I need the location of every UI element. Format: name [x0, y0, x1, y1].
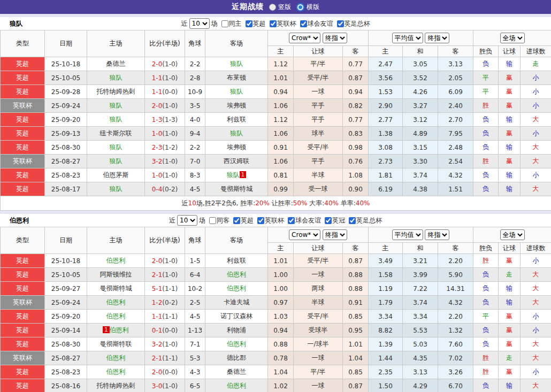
crow-odds-cell: 0.87 — [343, 379, 369, 392]
halftime-score: (1-0) — [162, 341, 178, 348]
col-header: 类型 — [1, 227, 45, 254]
bookmaker-select[interactable]: Crow* — [289, 33, 320, 43]
home-team-name[interactable]: 狼队 — [110, 143, 123, 151]
halftime-score: (0-0) — [162, 88, 178, 96]
corner-cell: 4-3 — [185, 365, 205, 379]
league-type-cell: 英超 — [1, 379, 45, 392]
layout-radio-horizontal[interactable]: 横版 — [296, 3, 319, 12]
home-team-cell: 伯恩利 — [87, 296, 145, 310]
halftime-score: (1-0) — [162, 60, 178, 68]
home-team-name[interactable]: 伯恩利 — [106, 312, 126, 320]
date-cell: 25-09-27 — [45, 282, 87, 296]
home-team-name[interactable]: 狼队 — [110, 116, 123, 123]
crow-odds-cell: 一球 — [294, 351, 343, 365]
average-odds-cell: 2.20 — [438, 310, 473, 324]
scope-select[interactable]: 全场 — [500, 33, 525, 43]
match-row: 英超25-09-13纽卡斯尔联1-0(1-0)9-4狼队1.06球半0.831.… — [1, 127, 551, 141]
same-venue-checkbox[interactable] — [221, 20, 228, 27]
crow-odds-cell: 1.12 — [268, 113, 294, 127]
league-checkbox-0[interactable] — [233, 217, 240, 224]
crow-odds-cell: 0.88 — [268, 337, 294, 351]
corner-cell: 9-4 — [185, 127, 205, 141]
league-checkbox-1[interactable] — [257, 217, 264, 224]
result-cell: 负 — [473, 141, 499, 155]
away-team-name: 利兹联 — [227, 116, 246, 123]
league-checkbox-1-label[interactable]: 英联杯 — [267, 19, 296, 28]
away-team-name[interactable]: 伯恩利 — [227, 271, 246, 278]
league-checkbox-1[interactable] — [270, 20, 277, 27]
match-count-select[interactable]: 10 — [189, 18, 210, 29]
average-select[interactable]: 平均值 — [392, 33, 423, 43]
league-checkbox-0-label[interactable]: 英超 — [231, 216, 254, 225]
result-cell: 小 — [521, 254, 551, 268]
average-odds-cell: 1.32 — [438, 324, 473, 337]
home-team-name[interactable]: 伯恩利 — [106, 298, 126, 306]
corner-cell: 10-9 — [185, 85, 205, 99]
away-team-name[interactable]: 伯恩利 — [227, 285, 246, 292]
league-checkbox-2[interactable] — [300, 20, 307, 27]
average-odds-cell: 1.51 — [438, 182, 473, 196]
crow-odds-cell: 1.06 — [268, 127, 294, 141]
away-team-name[interactable]: 狼队 — [230, 60, 243, 67]
league-type-cell: 英联杯 — [1, 296, 45, 310]
score-cell: 2-0(1-0) — [145, 57, 185, 71]
result-cell: 赢 — [499, 127, 521, 141]
halftime-score: (1-0) — [162, 271, 178, 279]
league-checkbox-3-label[interactable]: 英冠 — [323, 216, 345, 225]
away-team-name[interactable]: 狼队 — [227, 171, 240, 179]
same-venue-checkbox[interactable] — [209, 217, 216, 224]
average-time-select[interactable]: 终指 — [425, 229, 449, 240]
league-checkbox-2-label[interactable]: 球会友谊 — [286, 216, 321, 225]
result-cell: 小 — [521, 127, 551, 141]
home-team-name[interactable]: 伯恩利 — [106, 354, 126, 362]
result-cell: 负 — [473, 324, 499, 337]
home-team-cell: 桑德兰 — [87, 57, 145, 71]
league-checkbox-3[interactable] — [337, 20, 344, 27]
home-team-name[interactable]: 狼队 — [110, 74, 123, 81]
home-team-name[interactable]: 狼队 — [110, 102, 123, 109]
home-team-name[interactable]: 狼队 — [110, 185, 123, 193]
home-team-name[interactable]: 狼队 — [110, 157, 123, 165]
league-checkbox-3-label[interactable]: 英足总杯 — [335, 19, 370, 28]
average-select[interactable]: 平均值 — [392, 229, 423, 240]
away-team-name[interactable]: 伯恩利 — [227, 340, 246, 348]
match-count-select[interactable]: 10 — [177, 215, 197, 226]
halftime-score: (1-0) — [162, 130, 178, 137]
scope-select[interactable]: 全场 — [500, 229, 525, 240]
league-checkbox-4[interactable] — [349, 217, 356, 224]
league-checkbox-2-label[interactable]: 球会友谊 — [298, 19, 333, 28]
league-checkbox-2[interactable] — [288, 217, 295, 224]
league-type-cell: 英联杯 — [1, 99, 45, 113]
average-odds-cell: 3.13 — [403, 365, 438, 379]
league-checkbox-3[interactable] — [325, 217, 332, 224]
same-venue-checkbox-label[interactable]: 同客 — [207, 216, 229, 225]
average-time-select[interactable]: 终指 — [425, 33, 449, 43]
average-odds-cell: 2.47 — [369, 57, 403, 71]
bookmaker-time-select[interactable]: 终指 — [323, 229, 347, 240]
sub-col-header: 让球 — [294, 243, 343, 254]
filter-bar: 伯恩利近10场同客英超英联杯球会友谊英冠英足总杯 — [0, 214, 551, 227]
same-venue-checkbox-label[interactable]: 同主 — [219, 19, 242, 28]
crow-odds-cell: 1.00 — [268, 268, 294, 282]
bookmaker-time-select[interactable]: 终指 — [323, 33, 347, 43]
average-odds-cell: 6.19 — [369, 182, 403, 196]
crow-odds-cell: 1.03 — [268, 310, 294, 324]
away-team-name[interactable]: 狼队 — [230, 88, 243, 95]
crow-odds-cell: 0.95 — [343, 324, 369, 337]
away-team-name[interactable]: 伯恩利 — [227, 382, 246, 389]
home-team-cell: 阿斯顿维拉 — [87, 268, 145, 282]
league-checkbox-1-label[interactable]: 英联杯 — [255, 216, 284, 225]
league-checkbox-4-label[interactable]: 英足总杯 — [347, 216, 382, 225]
league-checkbox-0[interactable] — [246, 20, 252, 27]
league-checkbox-0-label[interactable]: 英超 — [243, 19, 266, 28]
home-team-name[interactable]: 伯恩利 — [110, 326, 129, 334]
layout-radio-vertical[interactable]: 竖版 — [269, 3, 291, 12]
score-cell: 3-0(1-0) — [145, 379, 185, 392]
fulltime-score: 2-3 — [152, 144, 163, 151]
fulltime-score: 1-1 — [152, 313, 163, 320]
home-team-name[interactable]: 伯恩利 — [106, 368, 126, 375]
average-odds-cell: 1.39 — [369, 337, 403, 351]
bookmaker-select[interactable]: Crow* — [289, 229, 320, 240]
home-team-name[interactable]: 伯恩利 — [106, 257, 126, 264]
away-team-name[interactable]: 狼队 — [230, 129, 243, 137]
